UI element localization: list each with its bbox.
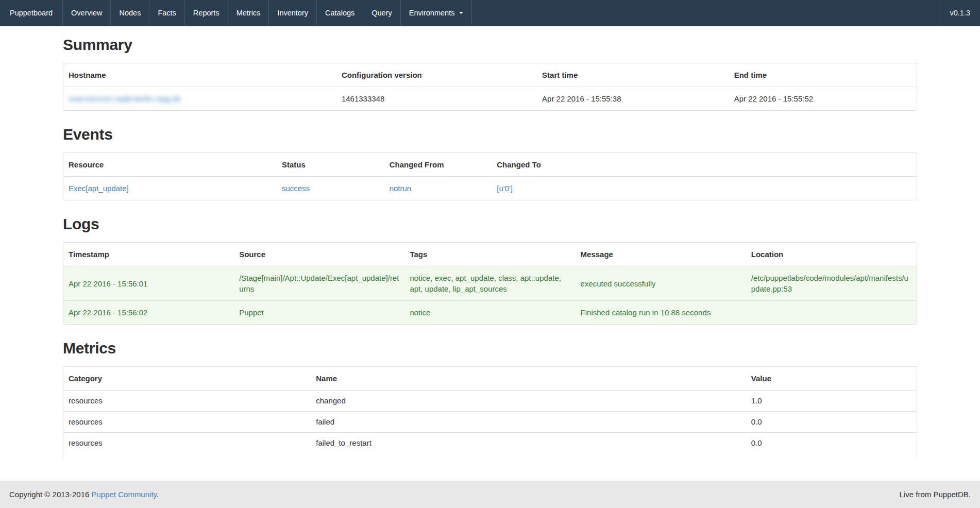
table-row: resources changed 1.0 — [63, 391, 917, 411]
log-source: Puppet — [234, 300, 404, 324]
events-col-resource: Resource — [63, 153, 277, 177]
log-location: /etc/puppetlabs/code/modules/apt/manifes… — [746, 266, 917, 300]
log-source: /Stage[main]/Apt::Update/Exec[apt_update… — [234, 266, 404, 300]
nav-item-metrics[interactable]: Metrics — [228, 0, 269, 26]
metrics-col-category: Category — [63, 367, 311, 391]
table-row: resources failed 0.0 — [63, 411, 917, 432]
summary-table: Hostname Configuration version Start tim… — [63, 63, 917, 111]
event-resource-link[interactable]: Exec[apt_update] — [69, 184, 129, 193]
logs-header-row: Timestamp Source Tags Message Location — [63, 243, 917, 266]
log-timestamp: Apr 22 2016 - 15:56:02 — [63, 300, 234, 324]
log-tags: notice, exec, apt_update, class, apt::up… — [404, 266, 575, 300]
summary-col-start-time: Start time — [537, 63, 729, 87]
event-status-link[interactable]: success — [282, 184, 310, 193]
events-col-status: Status — [277, 153, 384, 177]
metric-name: failed_to_restart — [311, 432, 746, 453]
metrics-header-row: Category Name Value — [63, 367, 917, 391]
copyright-text: Copyright © 2013-2016 Puppet Community. — [9, 490, 159, 499]
environments-dropdown-label: Environments — [409, 9, 455, 17]
events-header-row: Resource Status Changed From Changed To — [63, 153, 917, 177]
footer: Copyright © 2013-2016 Puppet Community. … — [0, 481, 980, 508]
events-col-changed-to: Changed To — [492, 153, 917, 177]
navbar: Puppetboard Overview Nodes Facts Reports… — [0, 0, 980, 26]
log-timestamp: Apr 22 2016 - 15:56:01 — [63, 266, 234, 300]
metric-category: resources — [63, 411, 311, 432]
logs-col-message: Message — [576, 243, 746, 266]
metrics-col-name: Name — [311, 367, 746, 391]
logs-col-source: Source — [234, 243, 404, 266]
log-location — [746, 300, 917, 324]
log-tags: notice — [404, 300, 575, 324]
nav-brand-puppetboard[interactable]: Puppetboard — [0, 0, 63, 26]
nav-item-overview[interactable]: Overview — [63, 0, 111, 26]
copyright-suffix: . — [157, 490, 159, 499]
event-changed-to-link[interactable]: [u'0'] — [497, 184, 513, 193]
metric-name: failed — [311, 411, 746, 432]
metric-value: 0.0 — [746, 432, 917, 453]
summary-heading: Summary — [63, 36, 917, 54]
log-message: Finished catalog run in 10.88 seconds — [576, 300, 746, 324]
metrics-col-value: Value — [746, 367, 917, 391]
table-row: snat-tservvm.mpib-berlin.mpg.de 14613333… — [63, 87, 917, 110]
nav-item-nodes[interactable]: Nodes — [111, 0, 149, 26]
end-time-value: Apr 22 2016 - 15:55:52 — [729, 87, 917, 110]
table-row: resources failed_to_restart 0.0 — [63, 432, 917, 453]
summary-col-end-time: End time — [729, 63, 917, 87]
logs-table: Timestamp Source Tags Message Location A… — [63, 242, 917, 325]
metric-category: resources — [63, 432, 311, 453]
logs-col-tags: Tags — [404, 243, 575, 266]
events-heading: Events — [63, 126, 917, 143]
nav-item-query[interactable]: Query — [363, 0, 401, 26]
config-version-value: 1461333348 — [336, 87, 537, 110]
table-row: Apr 22 2016 - 15:56:02 Puppet notice Fin… — [63, 300, 917, 324]
summary-header-row: Hostname Configuration version Start tim… — [63, 63, 917, 87]
metric-name: changed — [311, 391, 746, 411]
metric-value: 0.0 — [746, 411, 917, 432]
version-label: v0.1.3 — [940, 0, 980, 26]
nav-dropdown-environments[interactable]: Environments — [401, 0, 472, 26]
summary-col-hostname: Hostname — [63, 63, 336, 87]
nav-item-facts[interactable]: Facts — [149, 0, 184, 26]
table-row: Apr 22 2016 - 15:56:01 /Stage[main]/Apt:… — [63, 266, 917, 300]
logs-heading: Logs — [63, 215, 917, 233]
start-time-value: Apr 22 2016 - 15:55:38 — [537, 87, 729, 110]
logs-col-location: Location — [746, 243, 917, 266]
hostname-link[interactable]: snat-tservvm.mpib-berlin.mpg.de — [69, 94, 181, 103]
copyright-prefix: Copyright © 2013-2016 — [9, 490, 92, 499]
metric-category: resources — [63, 391, 311, 411]
nav-item-inventory[interactable]: Inventory — [269, 0, 317, 26]
metric-value: 1.0 — [746, 391, 917, 411]
metrics-table: Category Name Value resources changed 1.… — [63, 366, 917, 458]
events-table: Resource Status Changed From Changed To … — [63, 153, 917, 200]
chevron-down-icon — [459, 12, 463, 14]
event-changed-from-link[interactable]: notrun — [390, 184, 412, 193]
logs-col-timestamp: Timestamp — [63, 243, 234, 266]
log-message: executed successfully — [576, 266, 746, 300]
puppet-community-link[interactable]: Puppet Community — [92, 490, 157, 499]
summary-col-config-version: Configuration version — [336, 63, 537, 87]
navbar-spacer — [472, 0, 939, 26]
metrics-heading: Metrics — [63, 340, 917, 357]
nav-item-reports[interactable]: Reports — [185, 0, 228, 26]
events-col-changed-from: Changed From — [384, 153, 492, 177]
table-row: Exec[apt_update] success notrun [u'0'] — [63, 177, 917, 200]
puppetdb-status-text: Live from PuppetDB. — [900, 490, 971, 499]
nav-item-catalogs[interactable]: Catalogs — [317, 0, 363, 26]
main-content: Summary Hostname Configuration version S… — [63, 36, 917, 458]
